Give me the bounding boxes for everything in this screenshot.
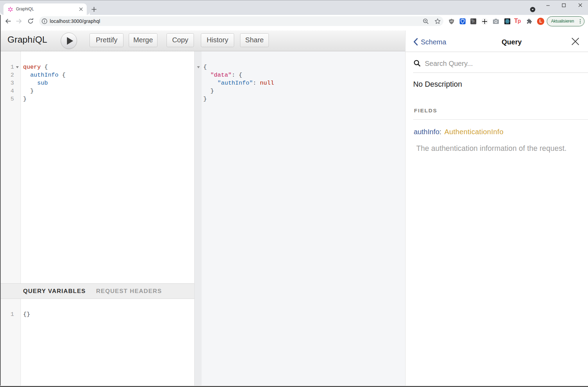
svg-text:P: P [472, 19, 475, 24]
svg-text:uO: uO [450, 20, 453, 22]
